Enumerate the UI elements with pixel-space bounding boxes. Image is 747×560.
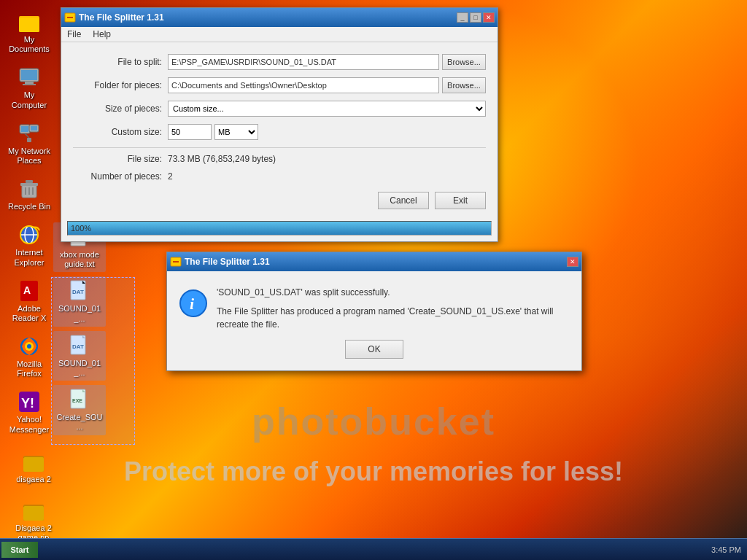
desktop-icon-my-documents[interactable]: My Documents [3,7,55,57]
svg-rect-12 [27,138,31,142]
xbox-guide-label: xbox mode guide.txt [56,250,103,269]
svg-rect-15 [26,180,33,183]
success-dialog-icon [170,256,182,268]
main-window-title-left: The File Splitter 1.31 [64,12,164,23]
main-window-icon [64,12,76,23]
menu-file[interactable]: File [64,28,84,40]
num-pieces-row: Number of pieces: 2 [73,171,486,182]
desktop-icon-adobe[interactable]: A Adobe Reader X [3,276,55,326]
exit-button[interactable]: Exit [435,192,486,209]
success-dialog-close-button[interactable]: ✕ [567,257,578,267]
browse-file-button[interactable]: Browse... [442,54,486,70]
main-window: The File Splitter 1.31 _ □ ✕ File Help F… [61,7,498,242]
file-to-split-label: File to split: [73,57,168,67]
svg-rect-8 [21,126,28,132]
ie-icon [18,223,41,246]
browse-folder-button[interactable]: Browse... [442,77,486,93]
system-clock: 3:45 PM [705,545,747,554]
close-button[interactable]: ✕ [483,12,495,23]
file-to-split-input[interactable] [168,54,439,70]
custom-size-row: Custom size: MB KB GB [73,124,486,140]
num-pieces-label: Number of pieces: [73,171,168,182]
desktop: photobucket Protect more of your memorie… [0,0,747,560]
desktop-icon-my-network-label: My Network Places [6,147,53,166]
desktop-icon-my-computer[interactable]: My Computer [3,63,55,112]
network-icon [18,122,41,145]
success-dialog-controls: ✕ [567,257,578,267]
cancel-button[interactable]: Cancel [378,192,429,209]
desktop-icons: My Documents My Computer My Network Plac [0,0,58,445]
success-dialog-content: i 'SOUND_01_US.DAT' was split successful… [167,271,581,340]
desktop-icon-ie-label: Internet Explorer [6,248,53,267]
svg-rect-35 [23,506,44,521]
main-window-title-text: The File Splitter 1.31 [79,12,164,23]
desktop-icon-firefox[interactable]: Mozilla Firefox [3,332,55,381]
main-window-menubar: File Help [61,27,498,42]
icon-selection-box [51,277,135,445]
size-of-pieces-select[interactable]: Custom size... [168,101,486,117]
svg-rect-10 [31,126,37,131]
size-of-pieces-label: Size of pieces: [73,104,168,114]
custom-size-label: Custom size: [73,127,168,137]
size-of-pieces-row: Size of pieces: Custom size... [73,101,486,117]
folder-for-pieces-row: Folder for pieces: Browse... [73,77,486,93]
success-dialog: The File Splitter 1.31 ✕ i 'SOUND_01_US.… [166,252,582,371]
ok-button[interactable]: OK [345,340,403,359]
maximize-button[interactable]: □ [470,12,481,23]
custom-size-input[interactable] [168,124,212,140]
file-to-split-row: File to split: Browse... [73,54,486,70]
success-line2: The File Splitter has produced a program… [217,305,570,331]
progress-label: 100% [68,222,491,235]
num-pieces-value: 2 [168,171,173,182]
folder-icon [18,10,41,34]
main-window-titlebar: The File Splitter 1.31 _ □ ✕ [61,8,498,27]
file-size-label: File size: [73,154,168,164]
info-icon: i [179,289,208,318]
success-line1: 'SOUND_01_US.DAT' was split successfully… [217,286,570,299]
desktop-icon-adobe-label: Adobe Reader X [6,304,53,323]
desktop-icon-my-computer-label: My Computer [6,90,53,109]
main-window-content: File to split: Browse... Folder for piec… [61,42,498,221]
main-window-controls: _ □ ✕ [457,12,495,23]
folder-for-pieces-input-group: Browse... [168,77,486,93]
desktop-icon-recycle-bin[interactable]: Recycle Bin [3,174,55,214]
svg-rect-6 [23,84,36,85]
svg-point-27 [27,344,31,349]
svg-text:i: i [190,295,195,313]
ok-button-row: OK [167,340,581,370]
start-button[interactable]: Start [1,542,38,558]
separator [73,147,486,148]
taskbar: Start 3:45 PM [0,538,747,560]
file-to-split-input-group: Browse... [168,54,486,70]
success-dialog-titlebar: The File Splitter 1.31 ✕ [167,252,581,271]
firefox-icon [18,335,41,358]
size-of-pieces-input-group: Custom size... [168,101,486,117]
file-size-value: 73.3 MB (76,853,249 bytes) [168,154,276,164]
folder-for-pieces-label: Folder for pieces: [73,80,168,90]
progress-bar-container: 100% [67,221,492,236]
success-dialog-text: 'SOUND_01_US.DAT' was split successfully… [217,286,570,331]
desktop-icon-my-documents-label: My Documents [6,35,53,54]
photobucket-tagline: Protect more of your memories for less! [0,456,747,487]
desktop-icon-ie[interactable]: Internet Explorer [3,220,55,270]
file-size-row: File size: 73.3 MB (76,853,249 bytes) [73,154,486,164]
desktop-icon-recycle-bin-label: Recycle Bin [8,202,50,211]
desktop-icon-firefox-label: Mozilla Firefox [6,359,53,378]
start-button-label: Start [10,545,28,554]
svg-line-11 [25,133,29,138]
svg-rect-4 [21,70,37,80]
folder-for-pieces-input[interactable] [168,77,439,93]
adobe-icon: A [18,279,41,303]
menu-help[interactable]: Help [90,28,114,40]
custom-size-unit-select[interactable]: MB KB GB [214,124,258,140]
success-dialog-title-text: The File Splitter 1.31 [185,257,270,267]
buttons-row: Cancel Exit [73,189,486,209]
svg-text:A: A [23,284,31,296]
computer-icon [18,66,41,89]
minimize-button[interactable]: _ [457,12,468,23]
desktop-icon-my-network[interactable]: My Network Places [3,119,55,168]
svg-rect-2 [19,18,39,32]
success-dialog-title-left: The File Splitter 1.31 [170,256,270,268]
folder-dark2-icon [22,499,45,522]
recycle-bin-icon [18,177,41,201]
